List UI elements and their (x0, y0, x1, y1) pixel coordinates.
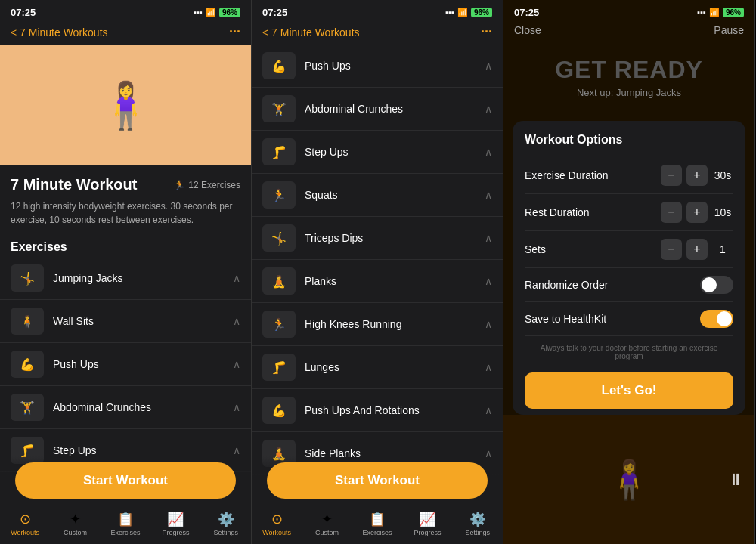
chevron-icon: ∧ (485, 318, 492, 330)
chevron-icon: ∧ (233, 444, 240, 456)
nav-bar-3: Close Pause (503, 21, 754, 41)
exercise-count: 🏃 12 Exercises (174, 180, 240, 190)
start-workout-button-1[interactable]: Start Workout (15, 462, 236, 499)
nav-back-1[interactable]: < 7 Minute Workouts (11, 26, 108, 39)
workouts-icon: ⊙ (271, 511, 283, 527)
settings-icon: ⚙️ (218, 511, 234, 527)
exercises-header: Exercises (0, 233, 251, 257)
exercise-name: High Knees Running (305, 318, 485, 330)
workout-title: 7 Minute Workout (11, 176, 137, 193)
tab-settings-2[interactable]: ⚙️ Settings (453, 511, 503, 536)
rest-duration-stepper[interactable]: − + 10s (661, 202, 733, 223)
get-ready-title: GET READY (555, 56, 703, 84)
nav-back-2[interactable]: < 7 Minute Workouts (262, 26, 360, 39)
tab-custom-2[interactable]: ✦ Custom (302, 511, 352, 536)
tab-label: Settings (214, 529, 239, 536)
wifi-icon: 📶 (206, 8, 216, 17)
tab-label: Exercises (111, 529, 141, 536)
workout-title-row: 7 Minute Workout 🏃 12 Exercises (11, 176, 240, 193)
nav-bar-1: < 7 Minute Workouts ··· (0, 21, 251, 45)
rest-duration-plus[interactable]: + (686, 202, 708, 223)
exercise-duration-minus[interactable]: − (661, 165, 682, 186)
tab-workouts-2[interactable]: ⊙ Workouts (252, 511, 302, 536)
workouts-icon: ⊙ (20, 511, 31, 527)
pause-button[interactable]: Pause (714, 24, 744, 36)
chevron-icon: ∧ (485, 103, 492, 115)
time-3: 07:25 (514, 7, 539, 18)
list-item[interactable]: 🏃 Squats ∧ (252, 174, 503, 217)
video-figure: 🧍‍♀️ (606, 458, 652, 502)
list-item[interactable]: 🤸 Jumping Jacks ∧ (0, 257, 251, 300)
rest-duration-row: Rest Duration − + 10s (525, 194, 733, 231)
rest-duration-value: 10s (712, 206, 733, 218)
progress-icon: 📈 (167, 511, 184, 527)
battery-1: 96% (219, 8, 240, 17)
workout-description: 12 high intensity bodyweight exercises. … (11, 199, 240, 227)
tab-exercises-2[interactable]: 📋 Exercises (352, 511, 402, 536)
rest-duration-minus[interactable]: − (661, 202, 682, 223)
exercise-thumb: 🧘 (262, 267, 296, 295)
list-item[interactable]: 💪 Push Ups ∧ (0, 343, 251, 386)
tab-custom-1[interactable]: ✦ Custom (50, 511, 100, 536)
list-item[interactable]: 🏋️ Abdominal Crunches ∧ (0, 386, 251, 429)
exercise-duration-stepper[interactable]: − + 30s (661, 165, 733, 186)
sets-value: 1 (712, 243, 733, 255)
person-icon: 🏃 (174, 180, 185, 190)
randomize-toggle[interactable] (700, 276, 733, 294)
list-item[interactable]: 💪 Push Ups ∧ (252, 45, 503, 88)
chevron-icon: ∧ (485, 189, 492, 201)
sets-minus[interactable]: − (661, 239, 682, 260)
signal-icon: ▪▪▪ (194, 8, 203, 17)
sets-plus[interactable]: + (686, 239, 708, 260)
battery-2: 96% (471, 8, 492, 17)
time-2: 07:25 (262, 7, 287, 18)
tab-progress-1[interactable]: 📈 Progress (150, 511, 200, 536)
randomize-label: Randomize Order (525, 279, 609, 291)
toggle-knob (717, 311, 732, 326)
list-item[interactable]: 🦵 Lunges ∧ (252, 346, 503, 389)
exercise-thumb: 🦵 (262, 354, 296, 381)
pause-icon[interactable]: ⏸ (727, 470, 744, 490)
tab-label: Settings (466, 529, 491, 536)
exercise-thumb: 🧍 (11, 308, 44, 335)
list-item[interactable]: 🏃 High Knees Running ∧ (252, 303, 503, 346)
sets-stepper[interactable]: − + 1 (661, 239, 733, 260)
healthkit-toggle[interactable] (700, 310, 733, 328)
exercises-icon: 📋 (117, 511, 134, 527)
exercise-thumb: 🏃 (262, 311, 296, 338)
nav-bar-2: < 7 Minute Workouts ··· (252, 21, 503, 45)
tab-settings-1[interactable]: ⚙️ Settings (201, 511, 251, 536)
start-workout-button-2[interactable]: Start Workout (267, 462, 488, 499)
exercise-name: Step Ups (305, 146, 485, 158)
exercise-thumb: 💪 (11, 351, 44, 378)
tab-label: Progress (414, 529, 441, 536)
exercise-thumb: 🏋️ (11, 394, 44, 421)
exercise-name: Abdominal Crunches (305, 103, 485, 115)
exercise-thumb: 💪 (262, 397, 296, 424)
list-item[interactable]: 🧘 Planks ∧ (252, 260, 503, 303)
list-item[interactable]: 🦵 Step Ups ∧ (252, 131, 503, 174)
nav-more-2[interactable]: ··· (481, 24, 492, 40)
nav-more-1[interactable]: ··· (229, 24, 240, 40)
sets-label: Sets (525, 243, 546, 255)
signal-icon: ▪▪▪ (445, 8, 454, 17)
disclaimer-text: Always talk to your doctor before starti… (525, 336, 733, 369)
tab-progress-2[interactable]: 📈 Progress (402, 511, 452, 536)
exercise-duration-value: 30s (712, 169, 733, 181)
wifi-icon: 📶 (457, 8, 468, 17)
time-1: 07:25 (11, 7, 36, 18)
list-item[interactable]: 🤸 Triceps Dips ∧ (252, 217, 503, 260)
list-item[interactable]: 🏋️ Abdominal Crunches ∧ (252, 88, 503, 131)
list-item[interactable]: 💪 Push Ups And Rotations ∧ (252, 389, 503, 432)
exercise-duration-plus[interactable]: + (686, 165, 708, 186)
exercise-thumb: 🏋️ (262, 95, 296, 122)
tab-bar-1: ⊙ Workouts ✦ Custom 📋 Exercises 📈 Progre… (0, 505, 251, 544)
close-button[interactable]: Close (514, 24, 541, 36)
tab-exercises-1[interactable]: 📋 Exercises (101, 511, 150, 536)
lets-go-button[interactable]: Let's Go! (525, 372, 733, 409)
chevron-icon: ∧ (233, 272, 240, 284)
tab-workouts-1[interactable]: ⊙ Workouts (0, 511, 50, 536)
tab-label: Exercises (363, 529, 392, 536)
list-item[interactable]: 🧍 Wall Sits ∧ (0, 300, 251, 343)
tab-label: Progress (162, 529, 189, 536)
